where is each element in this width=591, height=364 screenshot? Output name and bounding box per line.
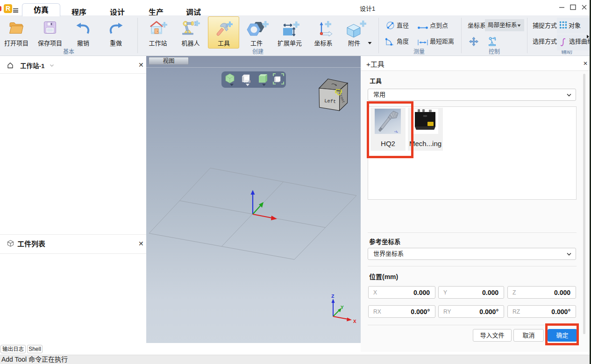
svg-text:Z: Z xyxy=(331,294,335,299)
svg-text:Left: Left xyxy=(324,98,336,105)
svg-text:Y: Y xyxy=(341,305,344,310)
svg-text:X: X xyxy=(353,319,356,324)
